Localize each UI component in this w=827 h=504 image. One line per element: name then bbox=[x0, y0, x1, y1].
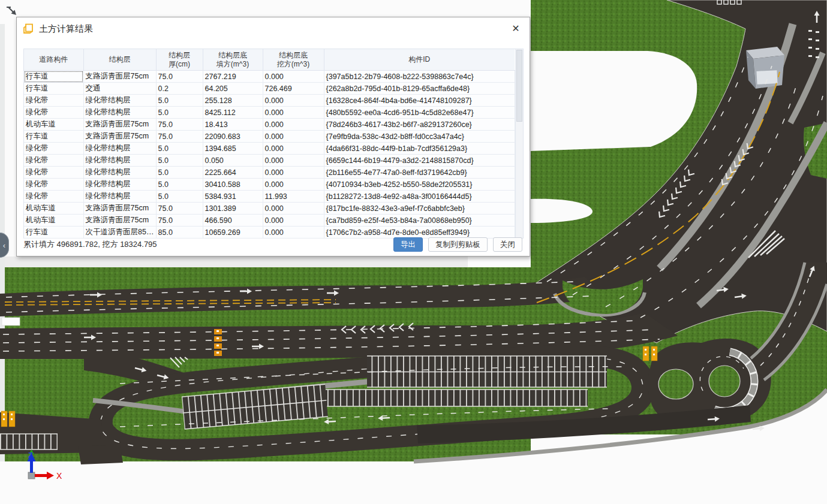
cell-fill[interactable]: 5384.931 bbox=[203, 191, 263, 203]
cell-layer[interactable]: 支路沥青面层75cm bbox=[83, 131, 156, 143]
cell-thickness[interactable]: 5.0 bbox=[156, 143, 203, 155]
table-row[interactable]: 绿化带绿化带结构层5.0255.1280.000{16328ce4-864f-4… bbox=[24, 95, 515, 107]
cell-cut[interactable]: 0.000 bbox=[263, 155, 324, 167]
cell-cut[interactable]: 0.000 bbox=[263, 119, 324, 131]
cell-fill[interactable]: 30410.588 bbox=[203, 179, 263, 191]
cell-cut[interactable]: 0.000 bbox=[263, 107, 324, 119]
cell-id[interactable]: {b1128272-13d8-4e92-a48a-3f00166444d5} bbox=[324, 191, 515, 203]
cell-id[interactable]: {78d246b3-4617-43b2-b6f7-a829137260ce} bbox=[324, 119, 515, 131]
dialog-close-button[interactable]: ✕ bbox=[510, 23, 522, 35]
cell-id[interactable]: {16328ce4-864f-4b4a-bd6e-414748109287} bbox=[324, 95, 515, 107]
cell-component[interactable]: 行车道 bbox=[24, 83, 83, 95]
table-row[interactable]: 绿化带绿化带结构层5.02225.6640.000{2b116e55-4e77-… bbox=[24, 167, 515, 179]
cell-id[interactable]: {262a8b2d-795d-401b-8129-65acffa6de48} bbox=[324, 83, 515, 95]
cell-fill[interactable]: 8425.112 bbox=[203, 107, 263, 119]
col-header-component[interactable]: 道路构件 bbox=[24, 49, 83, 71]
cell-id[interactable]: {2b116e55-4e77-47a0-8eff-fd3719642cb9} bbox=[324, 167, 515, 179]
table-row[interactable]: 行车道支路沥青面层75cm75.02767.2190.000{397a5b12-… bbox=[24, 71, 515, 83]
cell-cut[interactable]: 0.000 bbox=[263, 179, 324, 191]
cell-cut[interactable]: 0.000 bbox=[263, 143, 324, 155]
cell-cut[interactable]: 0.000 bbox=[263, 131, 324, 143]
cell-thickness[interactable]: 75.0 bbox=[156, 215, 203, 227]
cell-cut[interactable]: 0.000 bbox=[263, 167, 324, 179]
col-header-cut[interactable]: 结构层底 挖方(m^3) bbox=[263, 49, 324, 71]
cell-component[interactable]: 绿化带 bbox=[24, 191, 83, 203]
cell-id[interactable]: {ca7bd859-e25f-4e53-b84a-7a00868eb950} bbox=[324, 215, 515, 227]
table-row[interactable]: 机动车道支路沥青面层75cm75.018.4130.000{78d246b3-4… bbox=[24, 119, 515, 131]
cell-id[interactable]: {40710934-b3eb-4252-b550-58de2f205531} bbox=[324, 179, 515, 191]
cell-component[interactable]: 绿化带 bbox=[24, 143, 83, 155]
cell-fill[interactable]: 2767.219 bbox=[203, 71, 263, 83]
dialog-titlebar[interactable]: 土方计算结果 ✕ bbox=[17, 17, 530, 40]
cell-layer[interactable]: 支路沥青面层75cm bbox=[83, 215, 156, 227]
cell-thickness[interactable]: 5.0 bbox=[156, 95, 203, 107]
cell-thickness[interactable]: 5.0 bbox=[156, 179, 203, 191]
cell-id[interactable]: {480b5592-ee0a-4cd6-951b-4c5d82e68e47} bbox=[324, 107, 515, 119]
table-row[interactable]: 绿化带绿化带结构层5.05384.93111.993{b1128272-13d8… bbox=[24, 191, 515, 203]
cell-cut[interactable]: 726.469 bbox=[263, 83, 324, 95]
cell-layer[interactable]: 支路沥青面层75cm bbox=[83, 71, 156, 83]
cell-thickness[interactable]: 75.0 bbox=[156, 119, 203, 131]
table-scrollbar[interactable] bbox=[515, 49, 524, 238]
cell-fill[interactable]: 2225.664 bbox=[203, 167, 263, 179]
col-header-id[interactable]: 构件ID bbox=[324, 49, 515, 71]
cell-fill[interactable]: 22090.683 bbox=[203, 131, 263, 143]
cell-component[interactable]: 机动车道 bbox=[24, 203, 83, 215]
cell-id[interactable]: {397a5b12-2b79-4608-b222-5398863c7e4c} bbox=[324, 71, 515, 83]
cell-cut[interactable]: 0.000 bbox=[263, 203, 324, 215]
table-row[interactable]: 绿化带绿化带结构层5.00.0500.000{6659c144-6b19-447… bbox=[24, 155, 515, 167]
table-row[interactable]: 绿化带绿化带结构层5.030410.5880.000{40710934-b3eb… bbox=[24, 179, 515, 191]
cell-layer[interactable]: 绿化带结构层 bbox=[83, 95, 156, 107]
cell-thickness[interactable]: 75.0 bbox=[156, 203, 203, 215]
table-row[interactable]: 绿化带绿化带结构层5.01394.6850.000{4da66f31-88dc-… bbox=[24, 143, 515, 155]
cell-cut[interactable]: 11.993 bbox=[263, 191, 324, 203]
cell-component[interactable]: 绿化带 bbox=[24, 167, 83, 179]
cell-fill[interactable]: 1301.389 bbox=[203, 203, 263, 215]
cell-fill[interactable]: 1394.685 bbox=[203, 143, 263, 155]
col-header-thickness[interactable]: 结构层 厚(cm) bbox=[156, 49, 203, 71]
cell-layer[interactable]: 绿化带结构层 bbox=[83, 167, 156, 179]
cell-thickness[interactable]: 5.0 bbox=[156, 107, 203, 119]
cell-fill[interactable]: 64.205 bbox=[203, 83, 263, 95]
cell-thickness[interactable]: 5.0 bbox=[156, 191, 203, 203]
cell-component[interactable]: 机动车道 bbox=[24, 119, 83, 131]
cell-layer[interactable]: 绿化带结构层 bbox=[83, 107, 156, 119]
close-button[interactable]: 关闭 bbox=[493, 237, 522, 252]
table-row[interactable]: 机动车道支路沥青面层75cm75.0466.5900.000{ca7bd859-… bbox=[24, 215, 515, 227]
table-row[interactable]: 行车道支路沥青面层75cm75.022090.6830.000{7e9fb9da… bbox=[24, 131, 515, 143]
cell-thickness[interactable]: 0.2 bbox=[156, 83, 203, 95]
cell-thickness[interactable]: 5.0 bbox=[156, 155, 203, 167]
cell-component[interactable]: 机动车道 bbox=[24, 215, 83, 227]
copy-to-clipboard-button[interactable]: 复制到剪贴板 bbox=[428, 237, 488, 252]
cell-fill[interactable]: 0.050 bbox=[203, 155, 263, 167]
cell-cut[interactable]: 0.000 bbox=[263, 71, 324, 83]
table-row[interactable]: 行车道交通0.264.205726.469{262a8b2d-795d-401b… bbox=[24, 83, 515, 95]
cell-layer[interactable]: 绿化带结构层 bbox=[83, 191, 156, 203]
export-button[interactable]: 导出 bbox=[393, 237, 423, 252]
cell-layer[interactable]: 交通 bbox=[83, 83, 156, 95]
cell-id[interactable]: {6659c144-6b19-4479-a3d2-2148815870cd} bbox=[324, 155, 515, 167]
cell-cut[interactable]: 0.000 bbox=[263, 95, 324, 107]
cell-thickness[interactable]: 75.0 bbox=[156, 131, 203, 143]
cell-fill[interactable]: 18.413 bbox=[203, 119, 263, 131]
table-row[interactable]: 绿化带绿化带结构层5.08425.1120.000{480b5592-ee0a-… bbox=[24, 107, 515, 119]
col-header-layer[interactable]: 结构层 bbox=[83, 49, 156, 71]
cell-cut[interactable]: 0.000 bbox=[263, 215, 324, 227]
cell-fill[interactable]: 255.128 bbox=[203, 95, 263, 107]
cell-component[interactable]: 绿化带 bbox=[24, 107, 83, 119]
table-row[interactable]: 机动车道支路沥青面层75cm75.01301.3890.000{817bc1fe… bbox=[24, 203, 515, 215]
cell-component[interactable]: 行车道 bbox=[24, 71, 83, 83]
cell-layer[interactable]: 支路沥青面层75cm bbox=[83, 203, 156, 215]
cell-component[interactable]: 绿化带 bbox=[24, 95, 83, 107]
cell-thickness[interactable]: 5.0 bbox=[156, 167, 203, 179]
cell-component[interactable]: 行车道 bbox=[24, 131, 83, 143]
cell-layer[interactable]: 绿化带结构层 bbox=[83, 155, 156, 167]
cell-id[interactable]: {7e9fb9da-538c-43d2-b8ff-fd0cc3a47a4c} bbox=[324, 131, 515, 143]
cell-fill[interactable]: 466.590 bbox=[203, 215, 263, 227]
cell-layer[interactable]: 支路沥青面层75cm bbox=[83, 119, 156, 131]
table-scrollbar-thumb[interactable] bbox=[516, 50, 523, 122]
cell-thickness[interactable]: 75.0 bbox=[156, 71, 203, 83]
cell-id[interactable]: {4da66f31-88dc-44f9-b1ab-7cdf356129a3} bbox=[324, 143, 515, 155]
col-header-fill[interactable]: 结构层底 填方(m^3) bbox=[203, 49, 263, 71]
cell-layer[interactable]: 绿化带结构层 bbox=[83, 143, 156, 155]
